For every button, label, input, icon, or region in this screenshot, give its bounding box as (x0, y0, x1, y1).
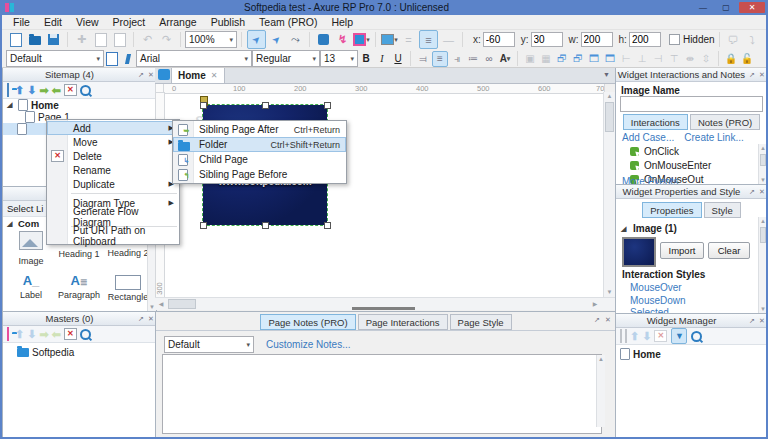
menu-item-rename[interactable]: Rename (47, 163, 179, 177)
indent-button[interactable]: ➡ (39, 85, 48, 96)
search-icon[interactable] (80, 329, 91, 340)
unlock-button[interactable]: 🔓 (740, 52, 754, 66)
h-input[interactable] (629, 32, 661, 47)
scroll-up-icon[interactable]: ▲ (604, 92, 615, 101)
submenu-item-sibling-page-before[interactable]: ↰ Sibling Page Before (173, 167, 346, 182)
select-contained-tool-button[interactable]: ➤ (268, 31, 285, 48)
canvas-vscrollbar[interactable]: ▲ ▼ (603, 92, 615, 297)
notes-scrollbar[interactable]: ▲ (596, 355, 605, 427)
align-right-button[interactable]: ⫣ (450, 52, 464, 66)
resize-handle[interactable] (200, 102, 207, 109)
font-color-button[interactable]: A▾ (498, 52, 512, 66)
move-up-button[interactable]: ⬆ (15, 329, 24, 340)
align-center-button[interactable]: ≡ (432, 51, 448, 67)
font-family-select[interactable]: Arial▾ (136, 50, 252, 67)
delete-page-button[interactable]: ✕ (64, 84, 77, 96)
event-onclick[interactable]: OnClick (630, 146, 711, 157)
splitter-grip[interactable] (352, 307, 415, 310)
menu-help[interactable]: Help (324, 16, 360, 28)
zoom-select[interactable]: 100%▾ (185, 31, 237, 48)
image-section-header[interactable]: ◢ Image (1) (621, 223, 677, 234)
distribute-h-button[interactable]: ⇼ (683, 52, 697, 66)
export-image-icon[interactable]: ⤵ (744, 31, 761, 48)
cut-icon[interactable]: ✚ (73, 31, 90, 48)
open-file-button[interactable] (26, 31, 43, 48)
undo-button[interactable]: ↶ (139, 31, 156, 48)
menu-item-add[interactable]: Add▶ (47, 121, 179, 135)
popout-icon[interactable]: ↗ (592, 316, 602, 324)
delete-button[interactable]: ✕ (654, 330, 667, 342)
tab-page-notes[interactable]: Page Notes (PRO) (260, 314, 355, 330)
flow-shape-icon[interactable]: ↯ (334, 31, 351, 48)
fill-color-button[interactable]: ▾ (381, 31, 398, 48)
menu-view[interactable]: View (69, 16, 106, 28)
tab-page-style[interactable]: Page Style (450, 314, 512, 330)
widget-manager-item-home[interactable]: Home (616, 348, 767, 360)
clear-button[interactable]: Clear (708, 242, 750, 259)
bring-forward-button[interactable]: 🗖 (587, 52, 601, 66)
send-backward-button[interactable]: 🗖 (603, 52, 617, 66)
menu-arrange[interactable]: Arrange (152, 16, 203, 28)
resize-handle[interactable] (262, 222, 269, 229)
menu-team[interactable]: Team (PRO) (252, 16, 324, 28)
move-up-button[interactable]: ⬆ (15, 85, 24, 96)
paint-brush-icon[interactable] (121, 52, 135, 66)
popout-icon[interactable]: ↗ (747, 188, 757, 196)
line-style-button[interactable]: ≡ (419, 30, 438, 49)
scroll-thumb[interactable] (605, 102, 614, 132)
submenu-item-sibling-page-after[interactable]: ➥ Sibling Page After Ctrl+Return (173, 122, 346, 137)
new-dynamic-panel-button[interactable] (620, 330, 622, 342)
scroll-down-icon[interactable]: ▼ (604, 288, 615, 297)
menu-item-delete[interactable]: ✕Delete (47, 149, 179, 163)
save-button[interactable] (45, 31, 62, 48)
connector-tool-button[interactable]: ⤳ (287, 31, 304, 48)
y-input[interactable] (531, 32, 563, 47)
filter-icon[interactable]: ▼ (671, 328, 687, 344)
menu-item-put-uri-path[interactable]: Put URI Path on Clipboard (47, 229, 179, 243)
resize-handle[interactable] (324, 102, 331, 109)
popout-icon[interactable]: ↗ (747, 71, 757, 79)
menu-publish[interactable]: Publish (204, 16, 252, 28)
align-edges-top-button[interactable]: ⊤ (667, 52, 681, 66)
redo-button[interactable]: ↷ (158, 31, 175, 48)
mousedown-link[interactable]: MouseDown (630, 295, 686, 306)
ungroup-button[interactable]: ▦ (539, 52, 553, 66)
move-down-button[interactable]: ⬇ (27, 85, 36, 96)
distribute-v-button[interactable]: ⇳ (699, 52, 713, 66)
maximize-button[interactable]: ▢ (716, 2, 736, 13)
x-input[interactable] (483, 32, 515, 47)
scroll-thumb[interactable] (168, 299, 196, 309)
lock-button[interactable]: 🔒 (724, 52, 738, 66)
masters-item-softpedia[interactable]: Softpedia (3, 346, 156, 358)
copy-icon[interactable] (92, 31, 109, 48)
bold-button[interactable]: B (359, 52, 373, 66)
duplicate-state-button[interactable] (625, 330, 627, 342)
w-input[interactable] (581, 32, 613, 47)
align-left-button[interactable]: ⫤ (416, 52, 430, 66)
link-button[interactable]: ∞ (482, 52, 496, 66)
line-width-button[interactable]: = (400, 31, 417, 48)
tab-notes-pro[interactable]: Notes (PRO) (690, 114, 760, 130)
add-case-link[interactable]: Add Case... (622, 132, 674, 143)
new-file-button[interactable] (7, 31, 24, 48)
customize-notes-link[interactable]: Customize Notes... (266, 339, 350, 350)
mouseover-link[interactable]: MouseOver (630, 282, 682, 293)
sitemap-item-home[interactable]: ◢ Home (3, 99, 156, 111)
submenu-item-child-page[interactable]: ↳ Child Page (173, 152, 346, 167)
bullet-list-button[interactable]: ≔ (466, 52, 480, 66)
tab-interactions[interactable]: Interactions (623, 114, 688, 130)
page-notes-textarea[interactable] (162, 354, 602, 434)
paste-icon[interactable] (111, 31, 128, 48)
delete-master-button[interactable]: ✕ (64, 328, 77, 340)
arrow-style-button[interactable]: — (440, 31, 457, 48)
widget-rectangle[interactable]: Rectangle (105, 273, 151, 302)
align-edges-left-button[interactable]: ⊢ (619, 52, 633, 66)
move-up-button[interactable]: ⬆ (630, 331, 639, 342)
send-back-button[interactable]: 🗗 (571, 52, 585, 66)
outdent-button[interactable]: ⬅ (52, 85, 61, 96)
import-button[interactable]: Import (660, 242, 704, 259)
resize-handle[interactable] (200, 222, 207, 229)
bring-front-button[interactable]: 🗗 (555, 52, 569, 66)
add-master-button[interactable] (7, 328, 9, 340)
group-button[interactable]: ▣ (523, 52, 537, 66)
